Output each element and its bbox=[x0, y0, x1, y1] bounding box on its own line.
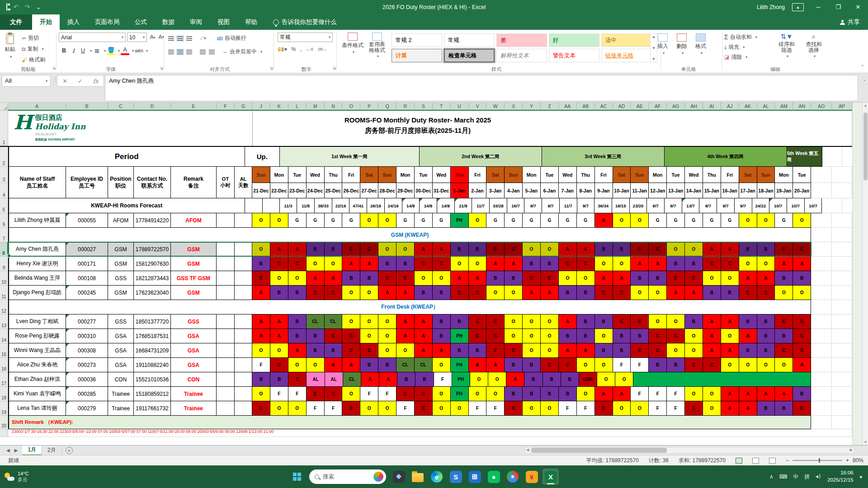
day-cell-18-Jan[interactable]: Sun bbox=[757, 167, 775, 183]
normal-view-icon[interactable] bbox=[736, 458, 742, 464]
day-cell-1-Jan[interactable]: Thu bbox=[451, 167, 469, 183]
start-button[interactable] bbox=[289, 469, 305, 484]
shift-cell-PH[interactable]: PH bbox=[451, 329, 469, 343]
date-cell-1-Jan[interactable]: 1-Jan bbox=[451, 183, 469, 198]
staff-name-cell[interactable]: Lena Tan 谭玲丽 bbox=[8, 401, 66, 416]
col-header-Z[interactable]: Z bbox=[541, 103, 559, 111]
period-header-cell[interactable]: Period bbox=[8, 147, 245, 167]
shift-cell-O[interactable]: O bbox=[469, 387, 487, 401]
shift-cell-O[interactable]: O bbox=[470, 372, 488, 387]
shift-cell-A[interactable]: A bbox=[721, 401, 739, 416]
shift-cell-O[interactable]: O bbox=[721, 271, 739, 286]
insert-cells-button[interactable]: 插入▾ bbox=[655, 33, 671, 56]
forecast-cell-14-Jan[interactable]: 9/7 bbox=[699, 198, 717, 213]
col-header-AB[interactable]: AB bbox=[577, 103, 595, 111]
contact-cell[interactable]: 18501377720 bbox=[134, 314, 171, 329]
enter-icon[interactable]: ✓ bbox=[78, 78, 83, 84]
shift-cell-B[interactable]: B bbox=[451, 343, 469, 358]
shift-cell-C[interactable]: C bbox=[613, 286, 631, 300]
shift-cell-B[interactable]: B bbox=[288, 286, 307, 300]
restore-button[interactable]: ❐ bbox=[828, 0, 848, 14]
forecast-cell-7-Jan[interactable]: 9/7 bbox=[577, 198, 595, 213]
shift-cell-C[interactable]: C bbox=[595, 286, 613, 300]
shift-cell-F[interactable]: F bbox=[378, 387, 396, 401]
shift-cell-C[interactable]: C bbox=[703, 358, 721, 372]
cell-style-检查单元格[interactable]: 检查单元格 bbox=[444, 49, 495, 62]
shift-cell-G[interactable]: G bbox=[559, 213, 577, 228]
position-cell[interactable]: Trainee bbox=[108, 401, 134, 416]
row-header-5[interactable]: 5 bbox=[0, 198, 8, 213]
col-header-U[interactable]: U bbox=[451, 103, 469, 111]
col-header-J[interactable]: J bbox=[252, 103, 270, 111]
shift-cell-G[interactable]: G bbox=[325, 213, 343, 228]
shift-cell-C[interactable]: C bbox=[631, 242, 649, 257]
underline-button[interactable]: U bbox=[79, 46, 87, 55]
row-header-[interactable] bbox=[0, 429, 8, 437]
col-header-X[interactable]: X bbox=[505, 103, 523, 111]
shift-cell-O[interactable]: O bbox=[757, 257, 775, 271]
shift-cell-O[interactable]: O bbox=[523, 343, 541, 358]
wechat-icon[interactable]: ● bbox=[486, 469, 502, 485]
shift-cell-O[interactable]: O bbox=[378, 343, 396, 358]
week-header-3[interactable]: 3rd Week 第三周 bbox=[542, 147, 665, 167]
shift-cell-C[interactable]: C bbox=[342, 401, 360, 416]
shift-cell-O[interactable]: O bbox=[360, 213, 378, 228]
shift-cell-C[interactable]: C bbox=[325, 329, 343, 343]
date-cell-27-Dec[interactable]: 27-Dec bbox=[360, 183, 378, 198]
section-header-12[interactable]: Front Desk (KWEAP） bbox=[8, 300, 811, 314]
shift-cell-C[interactable]: C bbox=[793, 401, 811, 416]
shift-cell-C[interactable]: C bbox=[739, 286, 757, 300]
shift-cell-C[interactable]: C bbox=[649, 242, 667, 257]
col-header-V[interactable]: V bbox=[469, 103, 487, 111]
date-cell-3-Jan[interactable]: 3-Jan bbox=[486, 183, 505, 198]
row-header-14[interactable]: 14 bbox=[0, 329, 8, 343]
font-color-button[interactable]: A bbox=[121, 46, 129, 55]
col-header-AM[interactable]: AM bbox=[775, 103, 793, 111]
worksheet-grid[interactable]: ABCDEFGJKLMNOPQRSTUVWXYZAAABACADAEAFAGAH… bbox=[0, 103, 862, 445]
tab-help[interactable]: 帮助 bbox=[237, 14, 265, 30]
shift-cell-A[interactable]: A bbox=[757, 271, 775, 286]
shift-cell-B[interactable]: B bbox=[342, 271, 360, 286]
staff-name-cell[interactable]: Django Peng 彭琨皓 bbox=[8, 286, 66, 300]
shift-cell-A[interactable]: A bbox=[703, 314, 721, 329]
shift-cell-F[interactable]: F bbox=[307, 401, 325, 416]
day-cell-29-Dec[interactable]: Mon bbox=[396, 167, 415, 183]
date-cell-10-Jan[interactable]: 10-Jan bbox=[613, 183, 631, 198]
shift-cell-C[interactable]: C bbox=[415, 401, 433, 416]
shift-cell-O[interactable]: O bbox=[595, 358, 613, 372]
shift-cell-O[interactable]: O bbox=[615, 372, 633, 387]
shift-cell-B[interactable]: B bbox=[360, 271, 378, 286]
shift-cell-B[interactable]: B bbox=[757, 329, 775, 343]
align-top-icon[interactable] bbox=[168, 36, 174, 41]
col-header-W[interactable]: W bbox=[486, 103, 505, 111]
shift-cell-A[interactable]: A bbox=[775, 387, 793, 401]
shift-cell-A[interactable]: A bbox=[288, 343, 307, 358]
date-cell-4-Jan[interactable]: 4-Jan bbox=[505, 183, 523, 198]
shift-cell-O[interactable]: O bbox=[433, 387, 451, 401]
shift-cell-B[interactable]: B bbox=[559, 286, 577, 300]
new-sheet-button[interactable]: + bbox=[66, 447, 73, 454]
shift-cell-O[interactable]: O bbox=[667, 314, 685, 329]
left-header-position[interactable]: Position职位 bbox=[108, 167, 134, 198]
shift-cell-B[interactable]: B bbox=[486, 271, 505, 286]
position-cell[interactable]: Trainee bbox=[108, 387, 134, 401]
teams-app-icon[interactable]: S bbox=[448, 469, 464, 485]
row-header-3[interactable]: 3 bbox=[0, 167, 8, 183]
shift-cell-O[interactable]: O bbox=[270, 401, 288, 416]
qat-customize-icon[interactable]: ⌄ bbox=[36, 4, 41, 10]
green-block-cell[interactable] bbox=[633, 372, 811, 387]
comma-style-icon[interactable]: , bbox=[300, 46, 302, 52]
bold-button[interactable]: B bbox=[60, 46, 68, 55]
shrink-font-button[interactable]: A▾ bbox=[157, 33, 165, 42]
shift-cell-B[interactable]: B bbox=[739, 242, 757, 257]
shift-cell-C[interactable]: C bbox=[486, 329, 505, 343]
shift-cell-B[interactable]: B bbox=[541, 387, 559, 401]
contact-cell[interactable]: 18212873443 bbox=[134, 271, 171, 286]
cell-style-警告文本[interactable]: 警告文本 bbox=[549, 49, 599, 62]
shift-cell-A[interactable]: A bbox=[361, 372, 379, 387]
shift-cell-O[interactable]: O bbox=[505, 314, 523, 329]
shift-cell-A[interactable]: A bbox=[595, 387, 613, 401]
shift-cell-B[interactable]: B bbox=[505, 271, 523, 286]
day-cell-3-Jan[interactable]: Sat bbox=[486, 167, 505, 183]
forecast-cell-30-Dec[interactable]: 14/8 bbox=[437, 198, 455, 213]
